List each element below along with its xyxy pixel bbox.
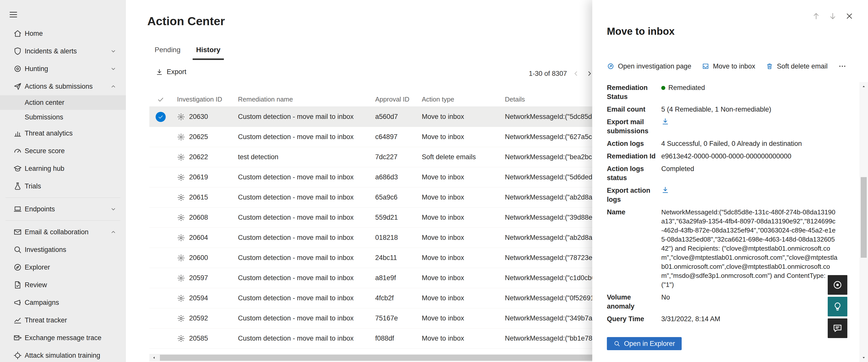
sidebar-item-label: Investigations (25, 246, 117, 254)
next-page-button[interactable] (585, 69, 593, 78)
open-investigation-page-button[interactable]: Open investigation page (607, 62, 691, 70)
previous-page-button[interactable] (572, 69, 580, 78)
float-button-support[interactable] (828, 275, 847, 295)
panel-field-name: NameNetworkMessageId:("5dc85d8e-131c-480… (607, 208, 844, 289)
more-icon (838, 62, 846, 70)
field-label: Export mail submissions (607, 117, 657, 135)
row-checkbox[interactable] (149, 112, 172, 122)
inbox-icon (702, 62, 709, 70)
lightbulb-icon (832, 301, 843, 312)
panel-field-action-logs-status: Action logs statusCompleted (607, 164, 844, 182)
investigation-id: 20600 (189, 254, 208, 262)
mail-icon (13, 228, 22, 237)
float-button-tips[interactable] (828, 297, 847, 316)
sidebar-item-attack-simulation-training[interactable]: Attack simulation training (0, 346, 126, 362)
investigation-gear-icon (177, 113, 185, 121)
sidebar-item-label: Review (25, 281, 117, 289)
action-type: Move to inbox (417, 133, 500, 141)
investigation-gear-icon (177, 133, 185, 141)
scroll-down-icon[interactable] (861, 355, 867, 361)
sidebar-item-action-center[interactable]: Action center (0, 95, 126, 110)
action-type: Move to inbox (417, 173, 500, 181)
more-actions-button[interactable] (838, 62, 846, 70)
column-header-approval-id[interactable]: Approval ID (370, 95, 417, 103)
sidebar-item-email-collaboration[interactable]: Email & collaboration (0, 223, 126, 241)
column-header-investigation-id[interactable]: Investigation ID (172, 95, 233, 103)
tab-pending[interactable]: Pending (151, 43, 184, 60)
sidebar-item-explorer[interactable]: Explorer (0, 259, 126, 276)
panel-scrollbar[interactable] (860, 82, 868, 362)
download-icon[interactable] (661, 117, 669, 125)
download-icon[interactable] (661, 186, 669, 194)
column-header-action-type[interactable]: Action type (417, 95, 500, 103)
approval-id: 7dc227 (370, 153, 417, 161)
sidebar-item-submissions[interactable]: Submissions (0, 110, 126, 124)
panel-fields: Remediation StatusRemediatedEmail count5… (607, 83, 844, 327)
investigation-id: 20604 (189, 234, 208, 242)
sidebar-item-endpoints[interactable]: Endpoints (0, 200, 126, 218)
remediation-name: Custom detection - move mail to inbox (233, 133, 370, 141)
tab-history[interactable]: History (193, 43, 224, 60)
trash-icon (766, 62, 773, 70)
panel-field-query-time: Query Time3/31/2022, 8:14 AM (607, 314, 844, 324)
approval-id: f088df (370, 335, 417, 342)
previous-item-button[interactable] (812, 11, 821, 21)
next-item-button[interactable] (828, 11, 837, 21)
sidebar-item-label: Secure score (25, 147, 117, 155)
open-in-explorer-button[interactable]: Open in Explorer (607, 337, 682, 350)
field-label: Action logs (607, 139, 657, 148)
remediation-name: Custom detection - move mail to inbox (233, 274, 370, 282)
field-value: NetworkMessageId:("5dc85d8e-131c-480f-27… (661, 208, 838, 289)
remediation-name: Custom detection - move mail to inbox (233, 294, 370, 302)
field-value: 4 Successful, 0 Failed, 0 Already in des… (661, 139, 838, 148)
sidebar-item-threat-tracker[interactable]: Threat tracker (0, 311, 126, 329)
select-all-check-icon (157, 96, 164, 103)
hamburger-menu-button[interactable] (8, 9, 20, 20)
soft-delete-email-button[interactable]: Soft delete email (766, 62, 828, 70)
sidebar-item-label: Submissions (25, 113, 117, 121)
field-label: Name (607, 208, 657, 289)
column-header-remediation-name[interactable]: Remediation name (233, 95, 370, 103)
approval-id: 65a9c6 (370, 193, 417, 201)
investigations-icon (13, 245, 22, 254)
move-to-inbox-button[interactable]: Move to inbox (702, 62, 755, 70)
chevron-down-icon (110, 48, 117, 55)
sidebar-item-secure-score[interactable]: Secure score (0, 142, 126, 160)
action-type: Move to inbox (417, 294, 500, 302)
scroll-up-icon[interactable] (861, 84, 867, 89)
panel-scrollbar-thumb[interactable] (861, 177, 867, 258)
action-type: Move to inbox (417, 335, 500, 342)
sidebar-item-review[interactable]: Review (0, 276, 126, 294)
remediation-name: test detection (233, 153, 370, 161)
action-type: Move to inbox (417, 254, 500, 262)
close-panel-button[interactable] (845, 11, 854, 21)
sidebar-item-incidents-alerts[interactable]: Incidents & alerts (0, 42, 126, 60)
sidebar-item-hunting[interactable]: Hunting (0, 60, 126, 78)
scroll-left-icon[interactable] (151, 355, 157, 361)
sidebar-item-learning-hub[interactable]: Learning hub (0, 160, 126, 177)
export-button[interactable]: Export (156, 68, 186, 76)
sidebar-item-label: Email & collaboration (25, 228, 107, 236)
action-type: Move to inbox (417, 193, 500, 201)
field-label: Remediation Id (607, 152, 657, 161)
remediation-name: Custom detection - move mail to inbox (233, 254, 370, 262)
float-button-feedback[interactable] (828, 319, 847, 338)
investigation-id: 20622 (189, 153, 208, 161)
sidebar-item-exchange-message-trace[interactable]: Exchange message trace (0, 329, 126, 346)
sidebar-item-trials[interactable]: Trials (0, 177, 126, 195)
sidebar-item-actions-submissions[interactable]: Actions & submissions (0, 78, 126, 95)
sidebar-item-home[interactable]: Home (0, 25, 126, 42)
panel-field-export-action-logs: Export action logs (607, 186, 844, 204)
approval-id: 559d21 (370, 214, 417, 221)
select-all-checkbox[interactable] (149, 96, 172, 103)
investigation-id: 20597 (189, 274, 208, 282)
sidebar-item-threat-analytics[interactable]: Threat analytics (0, 124, 126, 142)
status-dot (661, 86, 665, 90)
remediation-name: Custom detection - move mail to inbox (233, 173, 370, 181)
open-investigation-icon (607, 62, 614, 70)
sidebar-item-investigations[interactable]: Investigations (0, 241, 126, 259)
sidebar-item-campaigns[interactable]: Campaigns (0, 294, 126, 311)
page-info: 1-30 of 8307 (529, 70, 567, 78)
horizontal-scrollbar-thumb[interactable] (160, 355, 603, 361)
action-type: Soft delete emails (417, 153, 500, 161)
